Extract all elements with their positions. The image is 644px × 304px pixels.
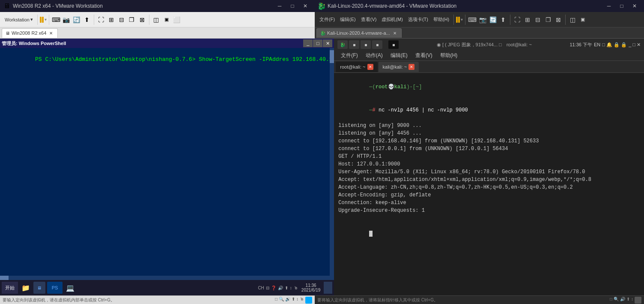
right-minimize-button[interactable]: ─ — [603, 2, 615, 10]
ps-scrollthumb[interactable] — [330, 50, 334, 63]
tray-icon5[interactable]: ↕ — [290, 286, 292, 290]
tray-icon2[interactable]: ❓ — [271, 286, 276, 290]
left-close-button[interactable]: ✕ — [299, 2, 311, 10]
kali-menu-file[interactable]: 文件(F) — [337, 51, 361, 61]
right-snapshot2-button[interactable]: 🔄 — [488, 15, 498, 24]
kali-tab-root[interactable]: root@kali: ~ ✕ — [336, 62, 377, 72]
kali-wincontrols[interactable]: _ □ ✕ — [629, 42, 641, 48]
right-vm-area[interactable]: 🐉 ■ ■ ■ ■ ◉ [ ( JPEG 图象，919x744... □ roo… — [334, 39, 644, 295]
taskbar-icon-folder[interactable]: 💻 — [64, 282, 76, 294]
snapshot2-button[interactable]: 🔄 — [72, 15, 81, 24]
ps-hscrollthumb[interactable] — [0, 276, 9, 280]
kali-icon-black-sq[interactable]: ■ — [388, 40, 399, 49]
right-settings-button[interactable]: ▣ — [578, 15, 587, 24]
right-status-icon-6[interactable] — [635, 297, 641, 304]
view-button[interactable]: ◫ — [152, 15, 161, 24]
right-vm-menu[interactable]: 虚拟机(M) — [379, 15, 405, 24]
kali-menu-action[interactable]: 动作(A) — [362, 51, 386, 61]
workstation-menu[interactable]: Workstation ▾ — [3, 15, 35, 24]
ps-maximize-btn[interactable]: □ — [313, 39, 322, 47]
ps-titlebar: 管理员: Windows PowerShell _ □ ✕ — [0, 39, 334, 48]
right-file-menu[interactable]: 文件(F) — [317, 15, 337, 24]
left-status-icon-1[interactable]: □ — [275, 297, 277, 304]
ps-terminal[interactable]: PS C:\Users\Administrator\Desktop\nishan… — [0, 48, 334, 276]
right-status-icon-5[interactable]: ↕ — [631, 297, 633, 304]
snapshot-button[interactable]: 📷 — [62, 15, 71, 24]
left-status-icon-2[interactable]: 🔍 — [279, 297, 284, 304]
right-edit-menu[interactable]: 编辑(E) — [338, 15, 358, 24]
kali-icon-files[interactable]: ■ — [349, 40, 359, 49]
taskbar-icon-computer[interactable]: 🖥 — [33, 282, 45, 294]
window-button[interactable]: ⊟ — [117, 15, 126, 24]
kali-tab-root-close[interactable]: ✕ — [367, 64, 373, 70]
left-maximize-button[interactable]: □ — [286, 2, 298, 10]
kali-icon-term[interactable]: ■ — [361, 40, 371, 49]
right-clone-button[interactable]: ❐ — [543, 15, 553, 24]
settings-button[interactable]: ▣ — [162, 15, 171, 24]
show-desktop-btn[interactable] — [324, 282, 332, 294]
pause-dropdown[interactable]: ▾ — [45, 17, 47, 22]
ps-close-btn[interactable]: ✕ — [323, 39, 332, 47]
kali-terminal[interactable]: ─(root💀kali)-[~] ─# nc -nvlp 4456 | nc -… — [334, 73, 644, 295]
right-tab-close[interactable]: ✕ — [392, 30, 398, 36]
left-status-icon-4[interactable]: ⬆ — [292, 297, 295, 304]
snapshot3-button[interactable]: ⬆ — [82, 15, 92, 24]
win-clock[interactable]: 11:36 2021/6/19 — [300, 283, 322, 292]
left-tab-close[interactable]: ✕ — [48, 30, 54, 36]
left-minimize-button[interactable]: ─ — [274, 2, 286, 10]
right-tab-kali[interactable]: 🐉 Kali-Linux-2020.4-vmware-a... ✕ — [316, 28, 402, 38]
ps-minimize-btn[interactable]: _ — [303, 39, 313, 47]
title-bars-row: 🖥 Win2008 R2 x64 - VMware Workstation ─ … — [0, 0, 644, 12]
left-status-icon-5[interactable]: ↕ — [296, 297, 298, 304]
kali-icon-kali[interactable]: 🐉 — [337, 40, 348, 49]
tray-icon4[interactable]: ⬆ — [285, 286, 288, 290]
right-view-menu[interactable]: 查看(V) — [359, 15, 379, 24]
right-status-icon-2[interactable]: 🔍 — [614, 297, 619, 304]
fullscreen-button[interactable]: ⛶ — [96, 15, 106, 24]
poweroff-button[interactable]: ⊠ — [137, 15, 147, 24]
tray-icon6[interactable]: 🖱 — [294, 286, 298, 290]
right-unity-button[interactable]: ⊞ — [523, 15, 532, 24]
left-titlebar-text: Win2008 R2 x64 - VMware Workstation — [13, 3, 271, 9]
tray-icon1[interactable]: ⊟ — [266, 286, 269, 290]
kali-icon-browser[interactable]: ■ — [372, 40, 382, 49]
right-status-icon-3[interactable]: 🔊 — [620, 297, 625, 304]
send-ctrl-alt-del-button[interactable]: ⌨ — [51, 15, 61, 24]
kali-menu-edit[interactable]: 编辑(E) — [387, 51, 411, 61]
fit-button[interactable]: ⬜ — [172, 15, 182, 24]
kali-menu-help[interactable]: 帮助(H) — [437, 51, 461, 61]
right-pause-dropdown[interactable]: ▾ — [461, 17, 463, 22]
left-vm-area[interactable]: 管理员: Windows PowerShell _ □ ✕ PS C:\User… — [0, 39, 334, 295]
right-window-btn2[interactable]: ⊟ — [533, 15, 543, 24]
right-status-icon-1[interactable]: □ — [610, 297, 612, 304]
kali-menu-view[interactable]: 查看(V) — [412, 51, 436, 61]
ps-scrollbar[interactable] — [330, 48, 334, 276]
right-send-cmd-button[interactable]: ⌨ — [468, 15, 477, 24]
right-maximize-button[interactable]: □ — [616, 2, 628, 10]
right-tab-menu[interactable]: 选项卡(T) — [406, 15, 430, 24]
kali-tab-kali[interactable]: kali@kali: ~ ✕ — [379, 62, 419, 72]
start-button[interactable]: 开始 — [2, 282, 18, 294]
right-view-btn[interactable]: ◫ — [568, 15, 577, 24]
right-fullscreen-button[interactable]: ⛶ — [513, 15, 522, 24]
left-tab-win2008[interactable]: 🖥 Win2008 R2 x64 ✕ — [2, 28, 58, 38]
right-snapshot3-button[interactable]: ⬆ — [498, 15, 508, 24]
ps-hscrollbar[interactable] — [0, 276, 334, 280]
left-status-icon-3[interactable]: 🔊 — [285, 297, 290, 304]
left-status-icon-7[interactable] — [305, 297, 312, 304]
tray-icon3[interactable]: 🔊 — [278, 286, 283, 290]
right-status-icon-4[interactable]: ⬆ — [626, 297, 630, 304]
left-status-text: 要输入定向到该虚拟机，请在虚拟机内部单击或按 Ctrl+G。 — [3, 297, 115, 303]
right-snapshot-button[interactable]: 📷 — [478, 15, 487, 24]
taskbar-icon-powershell[interactable]: PS — [47, 282, 63, 294]
unity-button[interactable]: ⊞ — [107, 15, 116, 24]
right-close-button[interactable]: ✕ — [629, 2, 641, 10]
right-help-menu[interactable]: 帮助(H) — [431, 15, 451, 24]
right-toolbar-sep-3 — [510, 15, 510, 25]
clone-button[interactable]: ❐ — [127, 15, 137, 24]
left-status-icon-6[interactable]: 🖱 — [300, 297, 304, 304]
terminal-text-10: Accept-Language: zh-CN,zh;q=0.8,zh-TW;q=… — [338, 184, 572, 190]
kali-tab-kali-close[interactable]: ✕ — [408, 64, 414, 70]
taskbar-icon-explorer[interactable]: 📁 — [20, 282, 32, 294]
right-poweroff-button[interactable]: ⊠ — [554, 15, 563, 24]
